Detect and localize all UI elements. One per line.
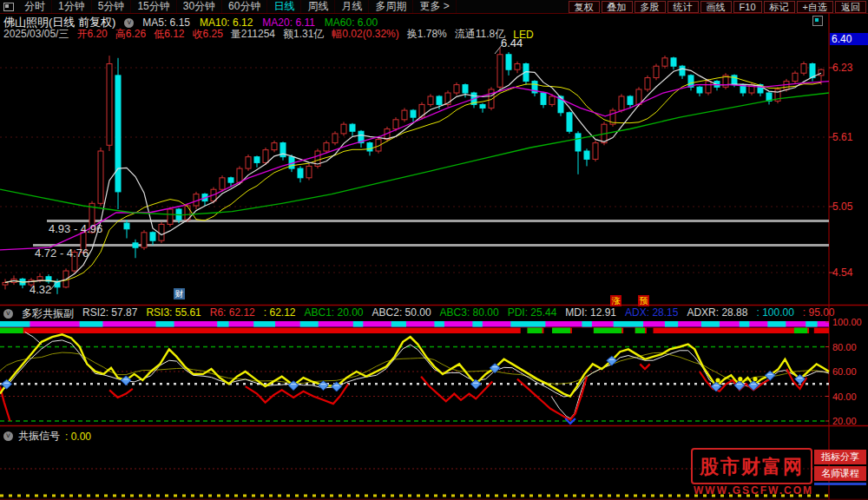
indicator-header: ˅ 多彩共振副RSI2: 57.87RSI3: 55.61R6: 62.12: …	[3, 306, 835, 321]
indicator-token-8: PDI: 25.44	[508, 306, 557, 321]
ohlc-token-8: 换1.78%	[407, 27, 447, 42]
price-axis-label-2: 5.05	[832, 201, 852, 213]
ohlc-token-0: 2025/03/05/三	[3, 27, 69, 42]
indicator-token-11: ADXR: 28.88	[687, 306, 747, 321]
chart-badge-1: 涨	[610, 295, 621, 306]
layout-toggle-icon[interactable]	[812, 16, 823, 26]
collapse-chevron-icon[interactable]: ˅	[3, 309, 13, 319]
indicator-token-7: ABC3: 80.00	[440, 306, 499, 321]
collapse-chevron-icon[interactable]: ˅	[3, 431, 13, 441]
price-axis-label-1: 5.61	[832, 131, 852, 143]
ohlc-token-9: 流通11.8亿	[455, 27, 505, 42]
watermark-badge-1: 指标分享	[814, 450, 866, 464]
ohlc-token-6: 额1.31亿	[283, 27, 324, 42]
indicator-scale-label-3: 40.00	[832, 391, 857, 402]
axis-frame	[0, 13, 868, 500]
watermark-title: 股市财富网	[691, 448, 812, 484]
gap-band-1-label: 4.93 - 4.96	[49, 222, 102, 235]
low-price-annotation: 4.32	[30, 283, 51, 296]
indicator-token-9: MDI: 12.91	[565, 306, 616, 321]
indicator-scale-label-0: 100.00	[832, 317, 862, 327]
ohlc-token-2: 高6.26	[115, 27, 146, 42]
watermark-underline	[814, 483, 866, 485]
indicator-token-13: : 95.00	[803, 306, 835, 321]
watermark-badge-2: 名师课程	[814, 466, 866, 481]
collapse-chevron-icon[interactable]: ˅	[124, 18, 134, 28]
signal-name: 共振信号	[18, 429, 60, 444]
indicator-scale-label-2: 60.00	[832, 366, 857, 377]
diamond-markers	[2, 356, 806, 391]
indicator-token-12: : 100.00	[756, 306, 793, 321]
indicator-scale-label-1: 80.00	[832, 342, 857, 352]
info-line-2: 2025/03/05/三开6.20高6.26低6.12收6.25量211254额…	[3, 27, 534, 42]
ohlc-token-5: 量211254	[231, 27, 275, 42]
indicator-token-3: R6: 62.12	[210, 306, 255, 321]
ohlc-token-4: 收6.25	[192, 27, 222, 42]
indicator-token-2: RSI3: 55.61	[146, 306, 201, 321]
signal-value: : 0.00	[65, 431, 91, 443]
ohlc-token-3: 低6.12	[154, 27, 184, 42]
indicator-token-4: : 62.12	[264, 306, 296, 321]
chart-badge-0: 财	[174, 288, 185, 299]
price-axis-label-0: 6.23	[832, 62, 852, 74]
ohlc-token-1: 开6.20	[76, 27, 107, 42]
indicator-token-0: 多彩共振副	[22, 306, 74, 321]
indicator-token-1: RSI2: 57.87	[82, 306, 137, 321]
indicator-token-6: ABC2: 50.00	[372, 306, 431, 321]
ohlc-token-7: 幅0.02(0.32%)	[332, 27, 398, 42]
indicator-token-10: ADX: 28.15	[625, 306, 678, 321]
price-axis-label-3: 4.54	[832, 266, 852, 279]
signal-ribbon	[0, 321, 829, 333]
candlestick-series	[3, 45, 824, 294]
trading-app-window: 分时1分钟5分钟15分钟30分钟60分钟日线周线月线多周期更多 > 复权叠加多股…	[0, 0, 868, 500]
gap-band-2-label: 4.72 - 4.76	[35, 247, 89, 260]
ma-lines	[0, 69, 829, 282]
indicator-token-5: ABC1: 20.00	[305, 306, 364, 321]
peak-price-annotation: 6.44	[501, 36, 523, 49]
watermark-url: WWW.GSCFW.COM	[694, 484, 813, 497]
signal-header: ˅ 共振信号 : 0.00	[3, 429, 91, 444]
chart-canvas[interactable]	[0, 0, 868, 500]
chart-badge-2: 预	[638, 295, 649, 306]
last-price-badge: 6.40	[830, 33, 868, 45]
indicator-scale-label-4: 20.00	[832, 416, 857, 426]
